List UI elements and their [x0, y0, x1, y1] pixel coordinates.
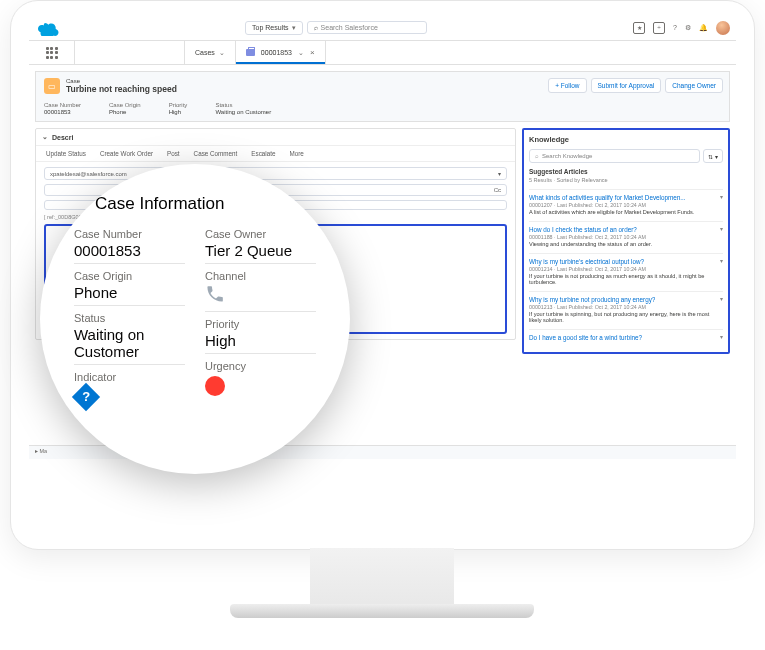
tab-update-status[interactable]: Update Status [46, 150, 86, 157]
article-meta: 00001213 · Last Published: Oct 2, 2017 1… [529, 304, 723, 310]
setup-gear-icon[interactable]: ⚙ [685, 24, 691, 32]
global-header: Top Results ▾ ⌕ Search Salesforce ★ ＋ ? … [29, 15, 736, 41]
nav-bar: Cases ⌄ 00001853 ⌄ × [29, 41, 736, 65]
section-heading[interactable]: ⌄Case Information [74, 194, 316, 214]
suggested-articles-heading: Suggested Articles [529, 168, 723, 175]
article-title-link[interactable]: How do I check the status of an order? [529, 226, 637, 233]
field-label: Status [215, 102, 271, 108]
search-scope-label: Top Results [252, 24, 289, 31]
user-avatar[interactable] [716, 21, 730, 35]
tab-create-work-order[interactable]: Create Work Order [100, 150, 153, 157]
search-placeholder: Search Salesforce [321, 24, 378, 31]
case-record-icon: ▭ [44, 78, 60, 94]
help-icon[interactable]: ? [673, 24, 677, 31]
article-menu-icon[interactable]: ▾ [720, 333, 723, 340]
salesforce-logo-icon [35, 20, 59, 36]
favorites-icon[interactable]: ★ [633, 22, 645, 34]
article-meta: 00001188 · Last Published: Oct 2, 2017 1… [529, 234, 723, 240]
field-label: Urgency [205, 360, 316, 372]
article-menu-icon[interactable]: ▾ [720, 295, 723, 302]
app-launcher-icon[interactable] [29, 41, 75, 64]
knowledge-article[interactable]: How do I check the status of an order?00… [529, 221, 723, 253]
tab-more[interactable]: More [290, 150, 304, 157]
nav-tab-record-label: 00001853 [261, 49, 292, 56]
tab-escalate[interactable]: Escalate [251, 150, 275, 157]
channel-value [205, 284, 316, 312]
article-menu-icon[interactable]: ▾ [720, 225, 723, 232]
case-status-value: Waiting on Customer [74, 326, 185, 365]
knowledge-article[interactable]: Do I have a good site for a wind turbine… [529, 329, 723, 347]
email-to-field[interactable]: xpateldesai@salesforce.com▾ [44, 167, 507, 180]
field-label: Case Origin [109, 102, 141, 108]
article-meta: 00001214 · Last Published: Oct 2, 2017 1… [529, 266, 723, 272]
field-label: Case Number [74, 228, 185, 240]
case-origin-value: Phone [74, 284, 185, 306]
monitor-base [230, 604, 534, 618]
field-label: Channel [205, 270, 316, 282]
knowledge-title: Knowledge [529, 135, 723, 144]
tab-case-comment[interactable]: Case Comment [194, 150, 238, 157]
article-description: A list of activities which are eligible … [529, 209, 723, 215]
field-label: Case Owner [205, 228, 316, 240]
search-icon: ⌕ [535, 153, 539, 159]
tab-post[interactable]: Post [167, 150, 180, 157]
field-value: Waiting on Customer [215, 109, 271, 115]
field-value: 00001853 [44, 109, 81, 115]
article-meta: 00001207 · Last Published: Oct 2, 2017 1… [529, 202, 723, 208]
chevron-down-icon: ⌄ [298, 49, 304, 57]
chevron-down-icon: ⌄ [219, 49, 225, 57]
urgency-dot-icon [205, 376, 225, 396]
case-owner-value: Tier 2 Queue [205, 242, 316, 264]
article-title-link[interactable]: Why is my turbine not producing any ener… [529, 296, 655, 303]
section-title: Descri [52, 134, 73, 141]
case-icon [246, 49, 255, 56]
case-highlights-panel: ▭ Case Turbine not reaching speed + Foll… [35, 71, 730, 122]
field-label: Priority [205, 318, 316, 330]
case-title: Turbine not reaching speed [66, 84, 177, 94]
article-description: Viewing and understanding the status of … [529, 241, 723, 247]
field-label: Priority [169, 102, 188, 108]
knowledge-search-input[interactable]: ⌕Search Knowledge [529, 149, 700, 163]
indicator-diamond-icon [72, 383, 100, 411]
nav-tab-cases-label: Cases [195, 49, 215, 56]
change-owner-button[interactable]: Change Owner [665, 78, 723, 93]
follow-button[interactable]: + Follow [548, 78, 586, 93]
article-menu-icon[interactable]: ▾ [720, 193, 723, 200]
priority-value: High [205, 332, 316, 354]
field-label: Status [74, 312, 185, 324]
nav-tab-case-record[interactable]: 00001853 ⌄ × [236, 41, 326, 64]
knowledge-article[interactable]: Why is my turbine's electrical output lo… [529, 253, 723, 291]
notification-bell-icon[interactable]: 🔔 [699, 24, 708, 32]
zoom-lens: ⌄Case Information Case Number00001853 Ca… [40, 164, 350, 474]
article-description: If your turbine is not producing as much… [529, 273, 723, 285]
field-label: Case Origin [74, 270, 185, 282]
knowledge-panel: Knowledge ⌕Search Knowledge ⇅ ▾ Suggeste… [522, 128, 730, 354]
article-title-link[interactable]: What kinds of activities qualify for Mar… [529, 194, 685, 201]
field-value: Phone [109, 109, 141, 115]
field-label: Case Number [44, 102, 81, 108]
knowledge-article[interactable]: What kinds of activities qualify for Mar… [529, 189, 723, 221]
article-title-link[interactable]: Why is my turbine's electrical output lo… [529, 258, 644, 265]
activity-tabs: Update Status Create Work Order Post Cas… [36, 145, 515, 162]
field-label: Indicator [74, 371, 185, 383]
global-search-input[interactable]: ⌕ Search Salesforce [307, 21, 427, 34]
monitor-stand [310, 548, 454, 608]
search-scope-dropdown[interactable]: Top Results ▾ [245, 21, 303, 35]
field-value: High [169, 109, 188, 115]
case-number-value: 00001853 [74, 242, 185, 264]
submit-approval-button[interactable]: Submit for Approval [591, 78, 662, 93]
add-icon[interactable]: ＋ [653, 22, 665, 34]
results-meta: 5 Results · Sorted by Relevance [529, 177, 723, 183]
chevron-down-icon[interactable]: ⌄ [42, 133, 48, 141]
phone-icon [205, 284, 225, 304]
nav-app-name[interactable] [75, 41, 185, 64]
knowledge-sort-button[interactable]: ⇅ ▾ [703, 149, 723, 163]
close-tab-icon[interactable]: × [310, 48, 315, 57]
article-description: If your turbine is spinning, but not pro… [529, 311, 723, 323]
knowledge-article[interactable]: Why is my turbine not producing any ener… [529, 291, 723, 329]
article-title-link[interactable]: Do I have a good site for a wind turbine… [529, 334, 642, 341]
nav-tab-cases[interactable]: Cases ⌄ [185, 41, 236, 64]
chevron-down-icon: ▾ [292, 24, 296, 32]
article-menu-icon[interactable]: ▾ [720, 257, 723, 264]
search-icon: ⌕ [314, 24, 318, 31]
